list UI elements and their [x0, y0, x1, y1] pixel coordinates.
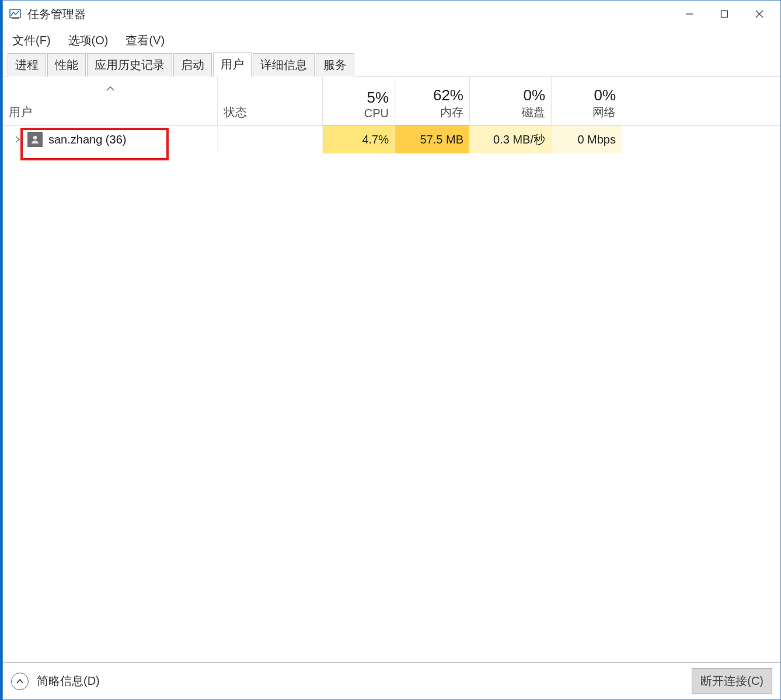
column-header-network[interactable]: 0% 网络	[552, 76, 622, 125]
app-icon	[9, 8, 22, 20]
column-label-disk: 磁盘	[476, 104, 545, 120]
tab-details[interactable]: 详细信息	[253, 53, 315, 76]
cell-memory: 57.5 MB	[395, 125, 470, 153]
tab-app-history[interactable]: 应用历史记录	[87, 53, 172, 76]
column-pct-disk: 0%	[476, 86, 545, 104]
chevron-right-icon[interactable]	[13, 135, 22, 144]
fewer-details-label[interactable]: 简略信息(D)	[37, 673, 100, 689]
chevron-up-icon	[16, 678, 24, 684]
tab-users[interactable]: 用户	[213, 52, 252, 76]
column-label-memory: 内存	[401, 104, 463, 120]
svg-point-6	[33, 136, 37, 139]
cell-status	[218, 125, 323, 153]
menu-options[interactable]: 选项(O)	[65, 30, 112, 51]
minimize-button[interactable]	[672, 2, 707, 26]
maximize-button[interactable]	[707, 2, 742, 26]
user-name-text: san.zhang (36)	[48, 133, 126, 146]
rows: san.zhang (36) 4.7% 57.5 MB 0.3 MB/秒 0 M…	[3, 125, 780, 662]
column-label-cpu: CPU	[329, 107, 389, 120]
cell-disk: 0.3 MB/秒	[470, 125, 552, 153]
svg-rect-3	[721, 11, 728, 18]
column-header-disk[interactable]: 0% 磁盘	[470, 76, 552, 125]
tab-processes[interactable]: 进程	[8, 53, 46, 76]
tab-startup[interactable]: 启动	[173, 53, 212, 76]
footer: 简略信息(D) 断开连接(C)	[3, 662, 780, 699]
column-header-user[interactable]: 用户	[3, 76, 218, 125]
column-pct-cpu: 5%	[329, 89, 389, 107]
column-pct-network: 0%	[557, 86, 616, 104]
column-label-status: 状态	[224, 104, 316, 120]
column-header-status[interactable]: 状态	[218, 76, 323, 125]
window-title: 任务管理器	[27, 6, 86, 22]
close-button[interactable]	[742, 2, 777, 26]
column-pct-memory: 62%	[401, 86, 463, 104]
tab-services[interactable]: 服务	[316, 53, 354, 76]
disconnect-button[interactable]: 断开连接(C)	[692, 668, 772, 694]
fewer-details-button[interactable]	[11, 673, 29, 690]
cell-user-name: san.zhang (36)	[3, 125, 218, 153]
content-area: 用户 状态 5% CPU 62% 内存 0% 磁盘 0% 网络	[3, 76, 780, 662]
menubar: 文件(F) 选项(O) 查看(V)	[3, 27, 780, 53]
column-label-network: 网络	[557, 104, 616, 120]
column-header-memory[interactable]: 62% 内存	[395, 76, 470, 125]
user-row[interactable]: san.zhang (36) 4.7% 57.5 MB 0.3 MB/秒 0 M…	[3, 125, 780, 153]
column-label-user: 用户	[9, 104, 211, 120]
cell-network: 0 Mbps	[552, 125, 622, 153]
tab-performance[interactable]: 性能	[47, 53, 86, 76]
user-icon	[27, 132, 43, 147]
menu-file[interactable]: 文件(F)	[9, 30, 54, 51]
column-header-cpu[interactable]: 5% CPU	[323, 76, 395, 125]
chevron-up-icon	[106, 81, 115, 94]
cell-cpu: 4.7%	[323, 125, 395, 153]
titlebar: 任务管理器	[3, 1, 780, 27]
svg-rect-1	[12, 18, 19, 19]
tabstrip: 进程 性能 应用历史记录 启动 用户 详细信息 服务	[3, 53, 780, 76]
menu-view[interactable]: 查看(V)	[122, 30, 168, 51]
task-manager-window: 任务管理器 文件(F) 选项(O) 查看(V) 进程 性能 应用历史记录 启动 …	[2, 0, 781, 700]
column-headers: 用户 状态 5% CPU 62% 内存 0% 磁盘 0% 网络	[3, 76, 780, 125]
